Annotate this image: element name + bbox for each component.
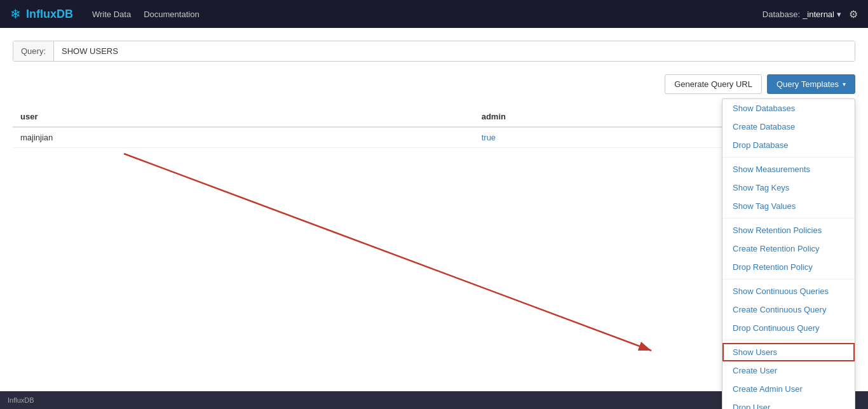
footer-text: InfluxDB [8,396,34,404]
menu-item-show-users[interactable]: Show Users [722,343,855,361]
menu-item-show-tag-values[interactable]: Show Tag Values [722,197,855,215]
menu-item-create-admin-user[interactable]: Create Admin User [722,380,855,398]
menu-item-create-database[interactable]: Create Database [722,117,855,136]
menu-item-drop-database[interactable]: Drop Database [722,136,855,154]
menu-item-show-continuous-queries[interactable]: Show Continuous Queries [722,282,855,300]
generate-query-url-button[interactable]: Generate Query URL [665,74,762,94]
dropdown-divider-4 [722,340,855,340]
menu-item-show-tag-keys[interactable]: Show Tag Keys [722,178,855,197]
toolbar-row: Generate Query URL Query Templates ▾ Sho… [13,74,855,94]
menu-item-drop-user[interactable]: Drop User [722,398,855,409]
dropdown-divider-3 [722,279,855,279]
query-bar: Query: [13,41,855,62]
navbar-links: Write Data Documentation [92,10,763,19]
brand-name: InfluxDB [26,8,73,21]
main-content: Query: Generate Query URL Query Template… [0,28,868,409]
logo-icon: ❄ [10,6,21,22]
db-dropdown-icon[interactable]: ▾ [837,10,841,19]
query-templates-button[interactable]: Query Templates ▾ [767,74,855,94]
menu-item-create-continuous-query[interactable]: Create Continuous Query [722,300,855,319]
dropdown-divider-1 [722,157,855,158]
svg-line-1 [124,154,651,351]
brand: ❄ InfluxDB [10,6,73,22]
caret-icon: ▾ [843,81,846,88]
write-data-link[interactable]: Write Data [92,10,131,19]
database-name: _internal [803,10,834,19]
database-label: Database: [763,10,800,19]
gear-icon[interactable]: ⚙ [849,8,858,20]
navbar-right: Database: _internal ▾ ⚙ [763,8,858,20]
navbar: ❄ InfluxDB Write Data Documentation Data… [0,0,868,28]
menu-item-show-databases[interactable]: Show Databases [722,99,855,117]
menu-item-show-measurements[interactable]: Show Measurements [722,160,855,178]
menu-item-drop-retention-policy[interactable]: Drop Retention Policy [722,258,855,276]
cell-user: majinjian [13,127,474,148]
dropdown-divider-2 [722,218,855,218]
query-input[interactable] [54,41,855,61]
db-selector: Database: _internal ▾ [763,10,841,19]
col-header-user: user [13,107,474,127]
documentation-link[interactable]: Documentation [144,10,199,19]
query-templates-label: Query Templates [776,79,839,89]
query-label: Query: [13,41,54,61]
menu-item-drop-continuous-query[interactable]: Drop Continuous Query [722,319,855,337]
query-templates-dropdown: Show Databases Create Database Drop Data… [722,98,855,409]
menu-item-create-retention-policy[interactable]: Create Retention Policy [722,239,855,258]
menu-item-show-retention-policies[interactable]: Show Retention Policies [722,221,855,239]
menu-item-create-user[interactable]: Create User [722,361,855,380]
